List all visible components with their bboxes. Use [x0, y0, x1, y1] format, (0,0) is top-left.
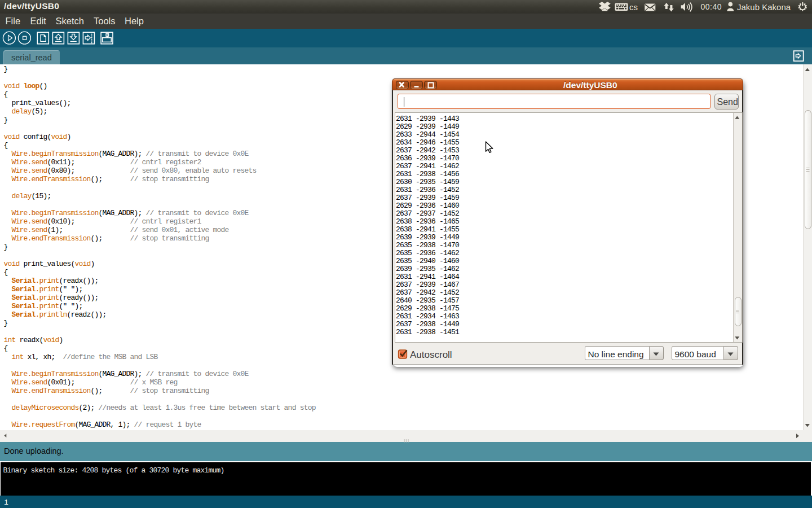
- svg-text:00:40: 00:40: [701, 2, 722, 11]
- svg-text:cs: cs: [629, 2, 638, 12]
- svg-text:Jakub Kakona: Jakub Kakona: [737, 2, 791, 12]
